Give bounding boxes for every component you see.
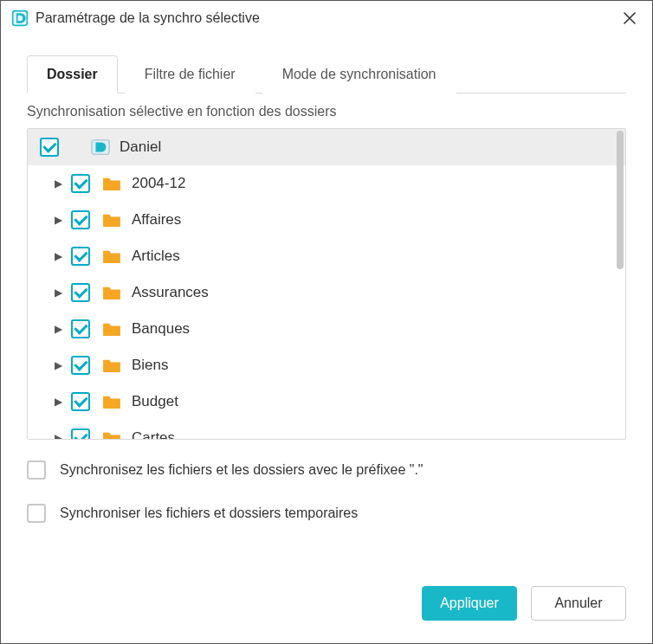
expand-icon[interactable]: ▶ — [52, 359, 64, 371]
option-sync-temp: Synchroniser les fichiers et dossiers te… — [27, 504, 626, 523]
tree-checkbox[interactable] — [71, 428, 90, 439]
folder-icon — [102, 176, 121, 191]
tree-row-label: Biens — [132, 357, 169, 374]
folder-icon — [102, 248, 121, 264]
option-sync-temp-checkbox[interactable] — [27, 504, 46, 523]
folder-icon — [102, 321, 121, 337]
tree-row-label: Affaires — [132, 211, 181, 229]
folder-icon — [102, 212, 121, 228]
folder-icon — [102, 357, 121, 373]
tree-checkbox[interactable] — [71, 392, 90, 411]
tabs: Dossier Filtre de fichier Mode de synchr… — [27, 55, 626, 93]
expand-icon[interactable]: ▶ — [52, 250, 64, 262]
tree-row[interactable]: ▶ Affaires — [28, 202, 625, 238]
expand-icon[interactable]: ▶ — [52, 432, 64, 439]
dialog-window: Paramétrage de la synchro sélective Doss… — [0, 0, 653, 644]
option-sync-temp-label: Synchroniser les fichiers et dossiers te… — [60, 506, 358, 521]
expand-icon[interactable]: ▶ — [52, 287, 64, 299]
folder-icon — [102, 285, 121, 300]
tree-row[interactable]: ▶ Banques — [28, 311, 625, 347]
expand-icon[interactable]: ▶ — [52, 177, 64, 190]
tree-row-label: Cartes — [132, 429, 175, 439]
tab-mode-synchronisation[interactable]: Mode de synchronisation — [262, 55, 456, 93]
tree-row-label: Articles — [132, 248, 180, 265]
tree-root-row[interactable]: Daniel — [28, 129, 625, 165]
close-button[interactable] — [619, 8, 640, 29]
option-sync-prefix: Synchronisez les fichiers et les dossier… — [27, 460, 626, 480]
tree-checkbox[interactable] — [71, 356, 90, 375]
tree-row-label: Assurances — [132, 284, 209, 301]
expand-icon[interactable]: ▶ — [52, 396, 64, 408]
tree-row[interactable]: ▶ Assurances — [28, 274, 625, 311]
scrollbar-thumb[interactable] — [617, 131, 624, 269]
tab-subtitle: Synchronisation sélective en fonction de… — [27, 104, 626, 119]
tab-filtre-fichier[interactable]: Filtre de fichier — [125, 55, 255, 93]
close-icon — [624, 12, 636, 24]
tree-checkbox[interactable] — [71, 174, 90, 193]
tree-root-label: Daniel — [120, 138, 161, 156]
tree-checkbox[interactable] — [71, 247, 90, 266]
tree-row[interactable]: ▶ Budget — [28, 383, 625, 420]
apply-button[interactable]: Appliquer — [422, 586, 517, 621]
folder-icon — [102, 394, 121, 409]
tree-checkbox[interactable] — [71, 283, 90, 302]
tab-dossier[interactable]: Dossier — [27, 55, 118, 93]
expand-icon[interactable]: ▶ — [52, 214, 64, 226]
app-icon — [11, 10, 29, 27]
tree-checkbox[interactable] — [71, 210, 90, 229]
titlebar: Paramétrage de la synchro sélective — [1, 1, 652, 34]
drive-icon — [90, 137, 111, 158]
tree-row[interactable]: ▶ Biens — [28, 347, 625, 383]
cancel-button[interactable]: Annuler — [531, 586, 626, 621]
tree-root-checkbox[interactable] — [40, 138, 59, 157]
options: Synchronisez les fichiers et les dossier… — [27, 460, 626, 547]
option-sync-prefix-checkbox[interactable] — [27, 460, 46, 480]
folder-tree: Daniel ▶ 2004-12 ▶ Affaires ▶ Articles — [27, 128, 626, 440]
tree-row-label: 2004-12 — [132, 175, 185, 192]
tree-row[interactable]: ▶ Cartes — [28, 420, 625, 439]
tree-row-label: Banques — [132, 320, 190, 338]
folder-icon — [102, 430, 121, 439]
tree-row-label: Budget — [132, 393, 178, 410]
tree-row[interactable]: ▶ Articles — [28, 238, 625, 274]
tree-checkbox[interactable] — [71, 319, 90, 338]
dialog-buttons: Appliquer Annuler — [1, 586, 652, 643]
window-title: Paramétrage de la synchro sélective — [36, 10, 260, 26]
tree-row[interactable]: ▶ 2004-12 — [28, 165, 625, 202]
option-sync-prefix-label: Synchronisez les fichiers et les dossier… — [60, 462, 423, 478]
expand-icon[interactable]: ▶ — [52, 323, 64, 335]
